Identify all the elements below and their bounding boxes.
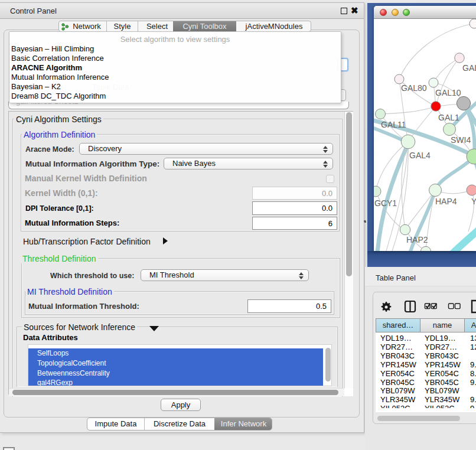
svg-text:GCY1: GCY1 <box>374 198 397 208</box>
svg-text:SWI4: SWI4 <box>451 135 471 145</box>
svg-text:Y: Y <box>471 197 476 206</box>
svg-text:HAP4: HAP4 <box>435 197 457 206</box>
svg-text:HAP2: HAP2 <box>406 235 428 244</box>
svg-text:GAL1: GAL1 <box>438 113 459 122</box>
svg-text:GAL10: GAL10 <box>435 88 461 97</box>
svg-text:GAL: GAL <box>462 63 476 73</box>
svg-text:GAL80: GAL80 <box>401 83 427 93</box>
svg-text:GAL4: GAL4 <box>409 151 431 160</box>
svg-text:GAL11: GAL11 <box>381 120 406 129</box>
